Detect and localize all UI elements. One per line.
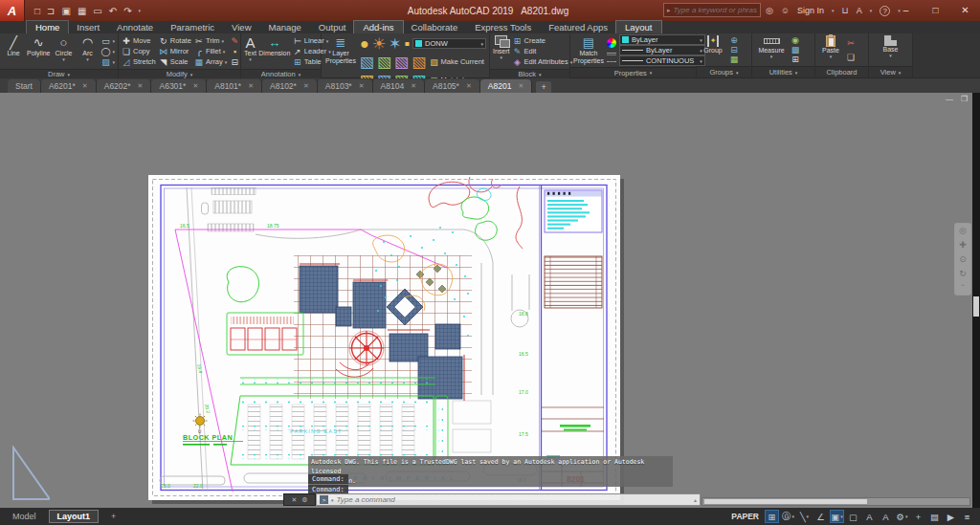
- new-file-icon[interactable]: □: [34, 6, 40, 16]
- plot-icon[interactable]: ▭: [93, 6, 101, 16]
- copy-button[interactable]: ❏Copy: [122, 46, 156, 56]
- polyline-button[interactable]: ∿Polyline: [27, 34, 51, 68]
- command-input-field[interactable]: > ▾ ▴: [316, 493, 701, 506]
- tab-manage[interactable]: Manage: [260, 21, 310, 33]
- file-tab[interactable]: A8104✕: [373, 79, 425, 93]
- save-as-icon[interactable]: ▦: [78, 6, 86, 16]
- file-tab[interactable]: A6202*✕: [97, 79, 152, 93]
- draw-panel-label[interactable]: Draw▾: [0, 69, 118, 78]
- file-tab-active[interactable]: A8201✕: [480, 79, 532, 93]
- properties-panel-label[interactable]: Properties▾: [570, 67, 696, 77]
- create-block-button[interactable]: ⊞Create: [513, 35, 573, 46]
- minimize-button[interactable]: –: [891, 0, 921, 19]
- command-close-icon[interactable]: ✕: [291, 496, 297, 504]
- object-color-dropdown[interactable]: ByLayer▾: [619, 34, 705, 45]
- layer-lock-icon[interactable]: ▪: [404, 35, 410, 53]
- tab-view[interactable]: View: [223, 21, 259, 33]
- trim-button[interactable]: ✂Trim▾: [194, 35, 227, 46]
- polar-tracking-icon[interactable]: Ⓖ▾: [781, 510, 795, 523]
- new-layout-button[interactable]: +: [103, 511, 123, 522]
- navbar-more-icon[interactable]: ˇ: [962, 283, 965, 293]
- qat-customize-icon[interactable]: ▾: [139, 8, 142, 13]
- annotation-monitor-icon[interactable]: ▤: [927, 510, 942, 523]
- object-snap-icon[interactable]: ▣▾: [830, 510, 844, 523]
- selection-cycling-icon[interactable]: ▢: [846, 510, 860, 523]
- paper-space-label[interactable]: PAPER: [731, 512, 759, 521]
- layer-tool-icon[interactable]: ▧: [377, 53, 391, 71]
- layer-freeze-icon[interactable]: ✶: [389, 34, 401, 53]
- layer-dropdown[interactable]: DONW▾: [412, 38, 486, 49]
- redo-icon[interactable]: ↷: [123, 6, 131, 16]
- make-current-button[interactable]: ▧Make Current: [430, 56, 484, 67]
- text-button[interactable]: AText▾: [244, 34, 256, 68]
- file-tab[interactable]: A8103*✕: [318, 79, 373, 93]
- fillet-button[interactable]: ╭Fillet▾: [194, 46, 227, 56]
- mirror-button[interactable]: ⋈Mirror: [159, 46, 191, 56]
- edit-attributes-button[interactable]: ◈Edit Attributes▾: [513, 56, 573, 67]
- layout1-tab[interactable]: Layout1: [49, 510, 100, 523]
- unlock-button[interactable]: ▪: [230, 46, 239, 56]
- open-file-icon[interactable]: ⊐: [47, 6, 55, 16]
- command-tools-icon[interactable]: ⚙: [301, 496, 307, 504]
- isodraft-icon[interactable]: ╲▾: [797, 510, 812, 523]
- file-tab[interactable]: A8102*✕: [262, 79, 318, 93]
- edit-block-button[interactable]: ✎Edit: [513, 46, 573, 56]
- view-panel-label[interactable]: View▾: [869, 66, 912, 77]
- file-tab[interactable]: A8105*✕: [425, 79, 480, 93]
- quick-calc-icon[interactable]: ⊞: [791, 55, 800, 64]
- circle-button[interactable]: ○Circle▾: [54, 34, 75, 68]
- paste-button[interactable]: Paste▾: [818, 34, 843, 65]
- close-tab-icon[interactable]: ✕: [466, 82, 472, 90]
- ungroup-icon[interactable]: ⊟: [729, 45, 739, 55]
- close-tab-icon[interactable]: ✕: [359, 82, 365, 90]
- linetype-dropdown[interactable]: CONTINUOUS▾: [619, 55, 705, 66]
- close-tab-icon[interactable]: ✕: [192, 82, 198, 90]
- tab-layout[interactable]: Layout: [616, 21, 661, 33]
- layer-tool-icon[interactable]: ▧: [394, 53, 409, 71]
- workspace-gear-icon[interactable]: ⚙▾: [895, 510, 909, 523]
- sign-in-dropdown-icon[interactable]: ▾: [832, 8, 835, 13]
- horizontal-scrollbar-thumb[interactable]: [704, 499, 867, 504]
- annotation-scale-icon[interactable]: A: [879, 510, 893, 523]
- linetype-icon[interactable]: [607, 61, 616, 62]
- group-button[interactable]: ✦Group: [700, 34, 726, 65]
- layer-on-bulb-icon[interactable]: ●: [360, 35, 369, 53]
- line-button[interactable]: ╱Line: [3, 34, 24, 68]
- erase-button[interactable]: ✎: [230, 35, 239, 46]
- group-manager-icon[interactable]: ▦: [729, 55, 739, 64]
- recent-commands-icon[interactable]: ▾: [331, 497, 334, 503]
- maximize-button[interactable]: □: [921, 0, 950, 19]
- quick-select-icon[interactable]: ▩: [791, 45, 800, 55]
- lineweight-icon[interactable]: [607, 53, 616, 55]
- file-tab[interactable]: A8101*✕: [207, 79, 262, 93]
- binoculars-search-icon[interactable]: ◎: [766, 6, 773, 15]
- stretch-button[interactable]: ◿Stretch: [122, 56, 156, 67]
- vertical-scrollbar-thumb[interactable]: [973, 296, 979, 317]
- hatch-button[interactable]: ▨▾: [100, 56, 115, 67]
- app-store-cart-icon[interactable]: ⊔: [842, 6, 849, 15]
- model-tab[interactable]: Model: [5, 511, 44, 522]
- steering-wheel-icon[interactable]: ◎: [959, 226, 967, 235]
- search-input[interactable]: [674, 6, 757, 14]
- close-tab-icon[interactable]: ✕: [82, 82, 88, 90]
- help-icon[interactable]: ?: [880, 6, 890, 16]
- tab-featured-apps[interactable]: Featured Apps: [540, 21, 616, 33]
- tab-output[interactable]: Output: [310, 21, 355, 33]
- annotation-panel-label[interactable]: Annotation▾: [241, 69, 321, 78]
- command-input[interactable]: [337, 495, 691, 504]
- grid-icon[interactable]: ⊞: [765, 510, 779, 523]
- tab-express-tools[interactable]: Express Tools: [466, 21, 540, 33]
- layer-thaw-sun-icon[interactable]: ☀: [372, 34, 386, 53]
- insert-block-button[interactable]: Insert▾: [493, 34, 510, 68]
- utilities-panel-label[interactable]: Utilities▾: [752, 66, 814, 77]
- vertical-scrollbar[interactable]: [972, 93, 980, 508]
- close-tab-icon[interactable]: ✕: [248, 82, 254, 90]
- tab-annotate[interactable]: Annotate: [108, 21, 162, 33]
- rotate-button[interactable]: ↻Rotate: [159, 35, 191, 46]
- sign-in-user-icon[interactable]: ☺: [781, 6, 790, 15]
- match-properties-button[interactable]: ▤Match Properties: [573, 34, 604, 66]
- close-tab-icon[interactable]: ✕: [138, 82, 144, 90]
- undo-icon[interactable]: ↶: [109, 6, 117, 16]
- scale-button[interactable]: ◥Scale: [159, 56, 191, 67]
- overkill-button[interactable]: ⊟: [230, 56, 239, 67]
